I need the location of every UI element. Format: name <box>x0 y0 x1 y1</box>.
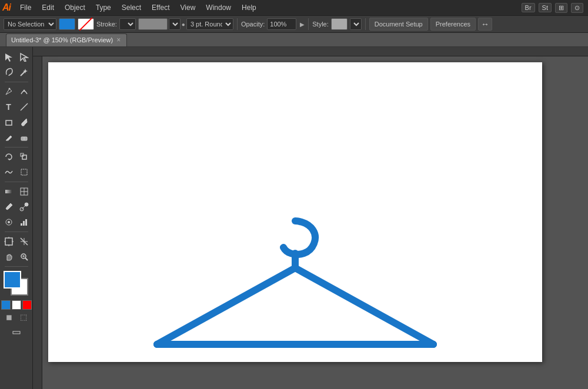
options-bar: No Selection Stroke: ▲ ▾ ● 3 pt. Round O… <box>0 15 588 33</box>
svg-rect-38 <box>13 331 20 334</box>
menu-file[interactable]: File <box>15 2 36 13</box>
transform-tools-row <box>0 149 32 165</box>
svg-line-6 <box>21 103 28 110</box>
toolbox: T <box>0 47 33 389</box>
opacity-input[interactable] <box>267 18 296 30</box>
menu-type[interactable]: Type <box>91 2 116 13</box>
hand-tool[interactable] <box>1 249 16 264</box>
stroke-weight-select[interactable]: 3 pt. Round <box>186 18 233 30</box>
curvature-tool[interactable] <box>16 84 32 99</box>
type-tool[interactable]: T <box>1 99 16 115</box>
tool-sep-1 <box>5 82 28 82</box>
pen-tool[interactable] <box>1 84 16 99</box>
color-area <box>4 271 29 297</box>
style-box[interactable] <box>331 18 348 30</box>
free-transform-tool[interactable] <box>16 165 32 180</box>
pencil-tool[interactable] <box>1 130 16 145</box>
tool-sep-4 <box>5 232 28 232</box>
svg-rect-24 <box>23 221 25 226</box>
svg-marker-0 <box>5 53 12 62</box>
bottom-icon-row: ◼ ⬚ <box>4 311 29 323</box>
transform-button[interactable]: ↔ <box>478 18 492 31</box>
menu-object[interactable]: Object <box>60 2 90 13</box>
paintbrush-tool[interactable] <box>16 115 32 130</box>
document-tab[interactable]: Untitled-3* @ 150% (RGB/Preview) × <box>6 33 127 46</box>
selection-tool[interactable] <box>1 49 16 65</box>
svg-rect-23 <box>21 223 22 226</box>
warp-tools-row <box>0 165 32 180</box>
workspace-button[interactable]: ⊞ <box>555 3 567 13</box>
fill-color-box[interactable] <box>59 18 75 30</box>
canvas-content[interactable] <box>42 56 588 389</box>
lasso-tools-row <box>0 65 32 80</box>
shape-tools-row <box>0 115 32 130</box>
direct-selection-tool[interactable] <box>16 49 32 65</box>
preferences-button[interactable]: Preferences <box>430 18 476 31</box>
menu-help[interactable]: Help <box>237 2 261 13</box>
menu-view[interactable]: View <box>176 2 201 13</box>
style-dropdown[interactable]: ▾ <box>350 18 362 30</box>
mesh-tool[interactable] <box>16 184 32 199</box>
svg-rect-13 <box>21 169 27 175</box>
magic-wand-tool[interactable] <box>16 65 32 80</box>
menu-select[interactable]: Select <box>117 2 146 13</box>
gradient-tools-row <box>0 184 32 199</box>
document-setup-button[interactable]: Document Setup <box>369 18 428 31</box>
screen-mode-icon[interactable]: ⬚ <box>18 311 29 323</box>
svg-rect-11 <box>22 155 26 159</box>
top-icons: Br St ⊞ ⊙ <box>522 3 583 13</box>
main-area: T <box>0 47 588 389</box>
search-button[interactable]: ⊙ <box>571 3 583 13</box>
tool-sep-3 <box>5 182 28 182</box>
chart-tool[interactable] <box>16 214 32 230</box>
bridge-button[interactable]: Br <box>522 3 535 12</box>
blue-swatch[interactable] <box>1 300 11 310</box>
lasso-tool[interactable] <box>1 65 16 80</box>
stock-button[interactable]: St <box>539 3 552 12</box>
symbol-tools-row <box>0 214 32 230</box>
hand-zoom-row <box>0 249 32 264</box>
eraser-tool[interactable] <box>16 130 32 145</box>
menu-window[interactable]: Window <box>201 2 236 13</box>
gradient-tool[interactable] <box>1 184 16 199</box>
hanger-graphic <box>151 215 439 356</box>
menu-effect[interactable]: Effect <box>147 2 174 13</box>
stroke-width-up[interactable]: ▲ <box>119 18 136 30</box>
opacity-arrow[interactable]: ▶ <box>300 21 305 28</box>
selection-dropdown[interactable]: No Selection <box>4 18 56 30</box>
slice-tool[interactable] <box>16 234 32 249</box>
red-swatch[interactable] <box>22 300 32 310</box>
separator-3 <box>365 18 366 30</box>
svg-rect-25 <box>25 219 27 226</box>
type-tools-row: T <box>0 99 32 115</box>
stroke-color-box[interactable] <box>78 18 94 30</box>
svg-point-4 <box>8 88 10 90</box>
menu-edit[interactable]: Edit <box>37 2 59 13</box>
zoom-tool[interactable] <box>16 249 32 264</box>
ruler-left <box>33 56 42 389</box>
stroke-style-dropdown[interactable]: ▾ <box>169 18 181 30</box>
warp-tool[interactable] <box>1 165 16 180</box>
rotate-tool[interactable] <box>1 149 16 165</box>
svg-rect-7 <box>6 120 12 125</box>
svg-point-5 <box>23 90 25 92</box>
eyedropper-tool[interactable] <box>1 199 16 214</box>
svg-line-2 <box>21 71 25 76</box>
tool-sep-5 <box>5 266 28 267</box>
artboard-tools-row <box>0 234 32 249</box>
blend-tool[interactable] <box>16 199 32 214</box>
draw-mode-icon[interactable]: ◼ <box>4 311 15 323</box>
symbol-sprayer-tool[interactable] <box>1 214 16 230</box>
white-swatch[interactable] <box>12 300 21 310</box>
foreground-color-swatch[interactable] <box>4 271 21 289</box>
pen-tools-row <box>0 84 32 99</box>
line-segment-tool[interactable] <box>16 99 32 115</box>
tab-bar: Untitled-3* @ 150% (RGB/Preview) × <box>0 33 588 47</box>
shape-tool[interactable] <box>1 115 16 130</box>
align-icon[interactable] <box>9 325 24 340</box>
tab-close-button[interactable]: × <box>116 36 121 43</box>
artboard[interactable] <box>48 62 542 362</box>
artboard-tool[interactable] <box>1 234 16 249</box>
ruler-top <box>33 47 588 56</box>
scale-tool[interactable] <box>16 149 32 165</box>
